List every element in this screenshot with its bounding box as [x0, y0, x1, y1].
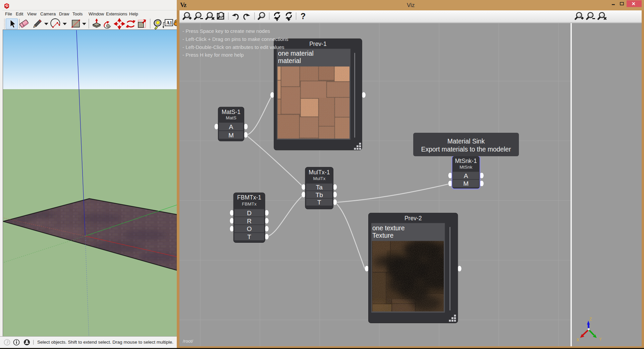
- svg-text:- Left-Click + Drag on pins to: - Left-Click + Drag on pins to make conn…: [182, 36, 288, 42]
- svg-text:one texture: one texture: [372, 225, 405, 232]
- svg-text:- Press Space key to create ne: - Press Space key to create new nodes: [182, 28, 270, 34]
- svg-text:O: O: [247, 225, 252, 232]
- svg-text:Export materials to the modele: Export materials to the modeler: [421, 146, 511, 153]
- svg-text:T: T: [247, 233, 251, 240]
- svg-text:Texture: Texture: [372, 232, 393, 239]
- svg-text:- Press H key for more help: - Press H key for more help: [182, 52, 244, 58]
- svg-text:Ta: Ta: [316, 184, 323, 191]
- svg-text:?: ?: [301, 11, 306, 21]
- svg-text:MatS: MatS: [226, 115, 236, 120]
- svg-text:/root/: /root/: [183, 339, 193, 344]
- svg-text:- Left-Double-Click on attribu: - Left-Double-Click on attributes to edi…: [182, 44, 284, 50]
- svg-text:M: M: [228, 132, 234, 139]
- svg-text:M: M: [463, 180, 469, 187]
- svg-text:Y: Y: [599, 337, 602, 342]
- svg-text:Z: Z: [589, 317, 592, 322]
- svg-text:MulTx: MulTx: [313, 176, 325, 181]
- svg-text:material: material: [278, 57, 301, 64]
- svg-text:A: A: [229, 123, 233, 130]
- svg-text:one material: one material: [278, 50, 314, 57]
- svg-text:Tb: Tb: [316, 191, 323, 198]
- svg-text:MtSnk-1: MtSnk-1: [455, 158, 477, 164]
- svg-text:X: X: [577, 338, 579, 343]
- svg-text:A: A: [464, 172, 468, 179]
- svg-text:Prev-1: Prev-1: [309, 41, 327, 47]
- svg-text:Prev-2: Prev-2: [405, 215, 422, 222]
- svg-text:FBMTx: FBMTx: [242, 201, 257, 207]
- svg-text:T: T: [317, 199, 321, 206]
- svg-text:A1: A1: [166, 20, 172, 25]
- svg-text:MatS-1: MatS-1: [222, 109, 240, 115]
- svg-text:D: D: [247, 210, 252, 217]
- svg-text:FBMTx-1: FBMTx-1: [237, 194, 261, 201]
- svg-text:MtSnk: MtSnk: [460, 165, 473, 170]
- svg-text:R: R: [247, 218, 252, 225]
- svg-text:Material Sink: Material Sink: [447, 138, 485, 145]
- svg-text:MulTx-1: MulTx-1: [309, 169, 330, 176]
